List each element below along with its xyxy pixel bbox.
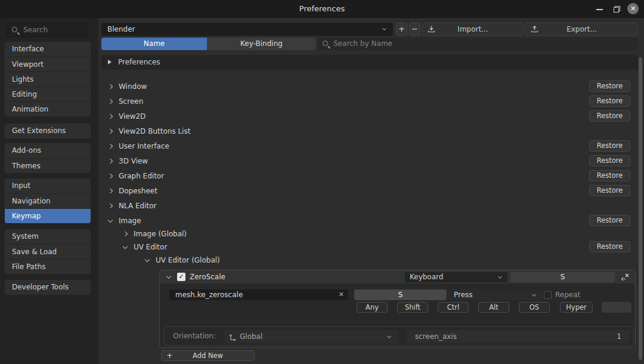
add-new-button[interactable]: + Add New: [161, 350, 255, 361]
sidebar-item-system[interactable]: System: [5, 229, 91, 244]
restore-button[interactable]: Restore: [589, 95, 630, 107]
restore-button[interactable]: Restore: [589, 155, 630, 166]
modifier-button-os[interactable]: OS: [519, 302, 550, 313]
keymap-row[interactable]: Image (Global): [101, 227, 638, 241]
sidebar-item-input[interactable]: Input: [5, 178, 91, 193]
sidebar-item-viewport[interactable]: Viewport: [5, 57, 91, 72]
key-button[interactable]: S: [354, 289, 447, 300]
keymap-row-label: Image (Global): [134, 227, 187, 241]
keymap-row[interactable]: Dopesheet Restore: [101, 184, 638, 198]
vertical-scrollbar[interactable]: [639, 57, 642, 360]
sidebar-item-file-paths[interactable]: File Paths: [5, 259, 91, 274]
modifier-button-any[interactable]: Any: [357, 302, 388, 313]
expand-chevron-icon[interactable]: [108, 144, 113, 149]
keymap-item-name: ZeroScale: [190, 270, 225, 283]
expand-chevron-icon[interactable]: [123, 232, 128, 236]
keymap-item-active-checkbox[interactable]: ✓: [177, 273, 185, 281]
sidebar-group: Get Extensions: [5, 124, 91, 138]
keymap-row[interactable]: View2D Buttons List: [101, 124, 638, 138]
key-display-field[interactable]: S: [510, 272, 615, 282]
sidebar-search-input[interactable]: Search: [6, 23, 87, 37]
keymap-row-label: Window: [119, 79, 147, 94]
orientation-dropdown[interactable]: Global: [224, 330, 398, 343]
restore-button[interactable]: Restore: [589, 110, 630, 122]
sidebar-item-lights[interactable]: Lights: [5, 72, 91, 87]
sidebar-group: SystemSave & LoadFile Paths: [5, 229, 91, 274]
keymap-row-label: Image: [119, 214, 141, 228]
expand-chevron-icon[interactable]: [108, 203, 113, 208]
expand-chevron-icon[interactable]: [108, 189, 113, 193]
keymap-row[interactable]: User Interface Restore: [101, 139, 638, 153]
screen-axis-label: screen_axis: [415, 330, 457, 343]
chevron-down-icon: [387, 334, 391, 338]
preferences-window: Preferences ✕ Search InterfaceViewportLi…: [0, 0, 644, 364]
expand-chevron-icon[interactable]: [108, 218, 113, 223]
expand-chevron-icon[interactable]: [108, 99, 113, 104]
keymap-row-label: View2D Buttons List: [119, 124, 190, 138]
sidebar-item-navigation[interactable]: Navigation: [5, 193, 91, 208]
operator-id-input[interactable]: mesh.ke_zeroscale ✕: [169, 289, 348, 300]
map-type-dropdown[interactable]: Keyboard: [405, 272, 507, 282]
sidebar-group: InterfaceViewportLightsEditingAnimation: [5, 42, 91, 116]
keymap-row-label: 3D View: [119, 154, 148, 168]
keymap-row-label: View2D: [119, 109, 145, 124]
expand-chevron-icon[interactable]: [108, 159, 113, 164]
keymap-row[interactable]: Graph Editor Restore: [101, 169, 638, 183]
keymap-row[interactable]: UV Editor Restore: [101, 240, 638, 254]
keymap-row[interactable]: Window Restore: [101, 79, 638, 94]
chevron-down-icon[interactable]: [166, 274, 171, 279]
expand-chevron-icon[interactable]: [145, 257, 150, 262]
keymap-item-panel: ✓ ZeroScale Keyboard S mesh.ke_zeroscale…: [159, 270, 636, 348]
keymap-row-label: UV Editor (Global): [156, 253, 220, 267]
sidebar-group: InputNavigationKeymap: [5, 178, 91, 223]
restore-button[interactable]: Restore: [589, 185, 630, 196]
sidebar-search-placeholder: Search: [23, 23, 48, 36]
sidebar-item-animation[interactable]: Animation: [5, 101, 91, 116]
restore-button[interactable]: Restore: [589, 170, 630, 181]
sidebar-item-add-ons[interactable]: Add-ons: [5, 143, 91, 158]
delete-keymap-item-icon[interactable]: [620, 272, 630, 284]
modifier-button-ctrl[interactable]: Ctrl: [438, 302, 469, 313]
repeat-label: Repeat: [555, 289, 580, 300]
keymap-row[interactable]: View2D Restore: [101, 109, 638, 124]
restore-button[interactable]: Restore: [589, 81, 630, 92]
sidebar-item-developer-tools[interactable]: Developer Tools: [5, 280, 91, 295]
sidebar-item-themes[interactable]: Themes: [5, 158, 91, 173]
key-modifier-field[interactable]: [602, 302, 631, 313]
orientation-label: Orientation:: [168, 327, 216, 346]
expand-chevron-icon[interactable]: [108, 84, 113, 89]
restore-button[interactable]: Restore: [589, 140, 630, 152]
keymap-row-label: Screen: [119, 94, 143, 109]
keymap-item-header[interactable]: ✓ ZeroScale Keyboard S: [160, 270, 635, 283]
clear-icon[interactable]: ✕: [339, 289, 344, 300]
sidebar-item-keymap[interactable]: Keymap: [5, 208, 91, 223]
sidebar-item-save-load[interactable]: Save & Load: [5, 244, 91, 259]
plus-icon: +: [166, 351, 173, 360]
map-type-value: Keyboard: [410, 273, 443, 281]
restore-button[interactable]: Restore: [589, 215, 630, 226]
repeat-checkbox[interactable]: [544, 291, 552, 299]
expand-chevron-icon[interactable]: [108, 129, 113, 134]
sidebar-item-interface[interactable]: Interface: [5, 42, 91, 57]
modifier-button-alt[interactable]: Alt: [478, 302, 509, 313]
sidebar-item-get-extensions[interactable]: Get Extensions: [5, 124, 91, 138]
orientation-value: Global: [240, 330, 262, 343]
sidebar-item-editing[interactable]: Editing: [5, 87, 91, 101]
keymap-row-label: UV Editor: [134, 240, 167, 254]
keymap-row[interactable]: UV Editor (Global): [101, 253, 638, 267]
screen-axis-slider[interactable]: screen_axis 1: [407, 330, 630, 343]
keymap-row-label: Dopesheet: [119, 184, 157, 198]
keymap-row[interactable]: 3D View Restore: [101, 154, 638, 168]
keymap-row-label: Graph Editor: [119, 169, 164, 183]
keymap-row[interactable]: Screen Restore: [101, 94, 638, 109]
modifier-button-shift[interactable]: Shift: [397, 302, 428, 313]
keymap-row-label: User Interface: [119, 139, 169, 153]
keymap-row[interactable]: NLA Editor: [101, 199, 638, 213]
value-dropdown[interactable]: Press: [448, 289, 542, 300]
expand-chevron-icon[interactable]: [123, 244, 128, 249]
keymap-row[interactable]: Image Restore: [101, 214, 638, 228]
restore-button[interactable]: Restore: [589, 241, 630, 252]
modifier-button-hyper[interactable]: Hyper: [560, 302, 593, 313]
expand-chevron-icon[interactable]: [108, 174, 113, 178]
expand-chevron-icon[interactable]: [108, 114, 113, 119]
